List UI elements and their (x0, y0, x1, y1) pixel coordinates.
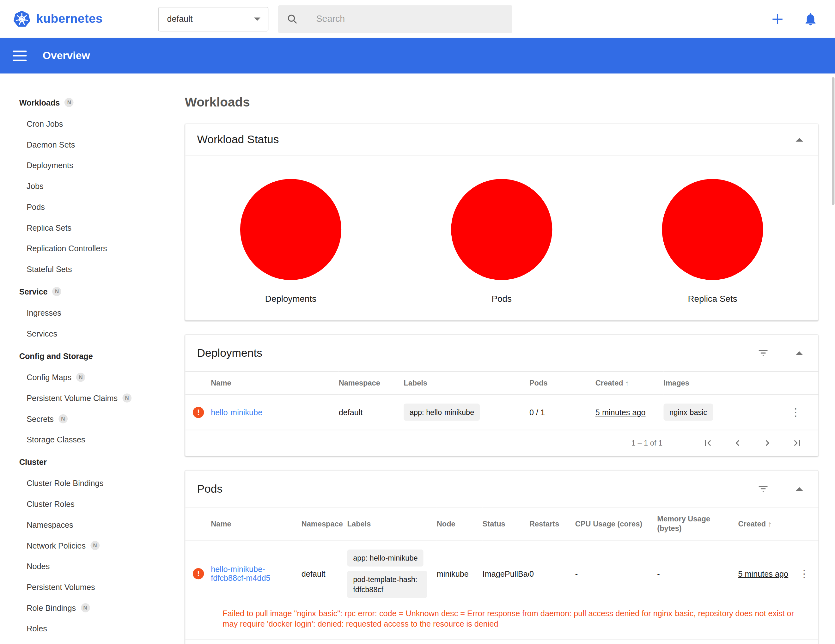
sidebar-item-role-bindings[interactable]: Role Bindings N (0, 597, 159, 618)
column-header-node[interactable]: Node (437, 507, 482, 540)
pods-table: Name Namespace Labels Node Status Restar… (185, 507, 819, 607)
image-chip: nginx-basic (664, 404, 713, 420)
namespaced-badge: N (81, 603, 90, 612)
sidebar-item-cluster-roles[interactable]: Cluster Roles (0, 493, 159, 514)
plus-icon (770, 11, 785, 26)
sidebar-item-config-maps[interactable]: Config Maps N (0, 367, 159, 388)
sidebar-item-stateful-sets[interactable]: Stateful Sets (0, 259, 159, 280)
deployments-status-chart: Deployments (185, 179, 396, 304)
sidebar-item-namespaces[interactable]: Namespaces (0, 514, 159, 535)
column-header-cpu[interactable]: CPU Usage (cores) (575, 507, 657, 540)
column-header-namespace[interactable]: Namespace (339, 371, 404, 394)
sidebar-item-cron-jobs[interactable]: Cron Jobs (0, 114, 159, 134)
collapse-card-icon[interactable] (796, 487, 803, 491)
section-label: Service (19, 287, 48, 296)
replica-sets-pie-chart (662, 179, 763, 280)
sidebar-item-replication-controllers[interactable]: Replication Controllers (0, 238, 159, 259)
appbar-title: Overview (43, 50, 90, 62)
topbar: kubernetes default (0, 0, 835, 38)
deployments-table: Name Namespace Labels Pods Created↑ Imag… (185, 371, 819, 430)
sidebar-item-persistent-volume-claims[interactable]: Persistent Volume Claims N (0, 388, 159, 409)
namespace-selector[interactable]: default (158, 6, 268, 31)
sidebar-item-jobs[interactable]: Jobs (0, 176, 159, 196)
chart-label: Replica Sets (688, 294, 737, 304)
row-actions-menu-icon[interactable]: ⋮ (794, 566, 814, 581)
column-header-pods[interactable]: Pods (530, 371, 595, 394)
search-input[interactable] (316, 14, 504, 24)
column-header-namespace[interactable]: Namespace (302, 507, 347, 540)
column-header-name[interactable]: Name (211, 371, 338, 394)
notifications-button[interactable] (800, 8, 821, 29)
namespaced-badge: N (76, 373, 85, 382)
create-resource-button[interactable] (767, 8, 788, 29)
next-page-icon[interactable] (759, 435, 776, 451)
search-bar (278, 5, 512, 33)
created-cell: 5 minutes ago (595, 408, 646, 417)
column-header-status[interactable]: Status (482, 507, 530, 540)
workload-status-charts: Deployments Pods Replica Sets (185, 156, 818, 320)
column-header-restarts[interactable]: Restarts (530, 507, 575, 540)
deployment-link[interactable]: hello-minikube (211, 408, 262, 417)
sidebar-item-services[interactable]: Services (0, 323, 159, 344)
pod-link[interactable]: hello-minikube-fdfcb88cf-m4dd5 (211, 565, 270, 583)
column-header-memory[interactable]: Memory Usage (bytes) (657, 507, 738, 540)
collapse-card-icon[interactable] (796, 138, 803, 141)
column-header-labels[interactable]: Labels (347, 507, 437, 540)
status-cell: ImagePullBackOff (482, 540, 530, 607)
namespaced-badge: N (122, 393, 132, 402)
filter-icon (757, 483, 769, 495)
menu-icon[interactable] (13, 50, 26, 61)
sidebar-section-service[interactable]: Service N (0, 280, 159, 302)
last-page-icon[interactable] (789, 435, 805, 451)
row-actions-menu-icon[interactable]: ⋮ (786, 405, 805, 420)
filter-icon (757, 347, 769, 359)
pods-pagination: 1 – 1 of 1 (185, 640, 818, 644)
sidebar-item-cluster-role-bindings[interactable]: Cluster Role Bindings (0, 473, 159, 493)
search-icon (286, 13, 298, 24)
section-label: Cluster (19, 457, 47, 466)
filter-button[interactable] (754, 480, 772, 498)
column-header-labels[interactable]: Labels (404, 371, 530, 394)
created-cell: 5 minutes ago (738, 569, 788, 578)
page-title: Workloads (185, 95, 819, 110)
column-header-name[interactable]: Name (211, 507, 301, 540)
sidebar-item-ingresses[interactable]: Ingresses (0, 302, 159, 323)
pods-cell: 0 / 1 (530, 394, 595, 430)
label-chip: pod-template-hash: fdfcb88cf (347, 571, 427, 598)
pods-card: Pods (185, 470, 819, 644)
previous-page-icon[interactable] (729, 435, 746, 451)
sort-asc-icon: ↑ (625, 378, 629, 387)
chevron-down-icon (254, 17, 260, 21)
app-root: kubernetes default (0, 0, 835, 644)
sidebar-item-pods[interactable]: Pods (0, 196, 159, 217)
sidebar-item-replica-sets[interactable]: Replica Sets (0, 217, 159, 238)
pods-pie-chart (451, 179, 552, 280)
sidebar-item-nodes[interactable]: Nodes (0, 556, 159, 577)
sidebar-item-network-policies[interactable]: Network Policies N (0, 535, 159, 556)
vertical-scrollbar[interactable] (832, 77, 834, 205)
sidebar-section-cluster[interactable]: Cluster (0, 450, 159, 473)
sidebar-item-secrets[interactable]: Secrets N (0, 408, 159, 429)
brand-title: kubernetes (36, 12, 103, 26)
namespaced-badge: N (52, 287, 62, 296)
pods-status-chart: Pods (396, 179, 607, 304)
restarts-cell: 0 (530, 540, 575, 607)
first-page-icon[interactable] (700, 435, 716, 451)
sidebar-item-daemon-sets[interactable]: Daemon Sets (0, 134, 159, 155)
sidebar-section-config-and-storage[interactable]: Config and Storage (0, 344, 159, 367)
error-status-icon: ! (193, 407, 204, 418)
sidebar-item-storage-classes[interactable]: Storage Classes (0, 429, 159, 450)
sidebar-item-deployments[interactable]: Deployments (0, 155, 159, 176)
sidebar-item-roles[interactable]: Roles (0, 618, 159, 639)
filter-button[interactable] (754, 344, 772, 362)
collapse-card-icon[interactable] (796, 351, 803, 355)
sidebar-item-persistent-volumes[interactable]: Persistent Volumes (0, 577, 159, 597)
namespaced-badge: N (65, 98, 74, 107)
workload-status-card: Workload Status Deployments Pods (185, 123, 819, 320)
column-header-created[interactable]: Created↑ (738, 507, 794, 540)
replica-sets-status-chart: Replica Sets (607, 179, 818, 304)
column-header-created[interactable]: Created↑ (595, 371, 664, 394)
column-header-images[interactable]: Images (664, 371, 786, 394)
kubernetes-logo[interactable]: kubernetes (13, 10, 102, 28)
sidebar-section-workloads[interactable]: Workloads N (0, 90, 159, 113)
